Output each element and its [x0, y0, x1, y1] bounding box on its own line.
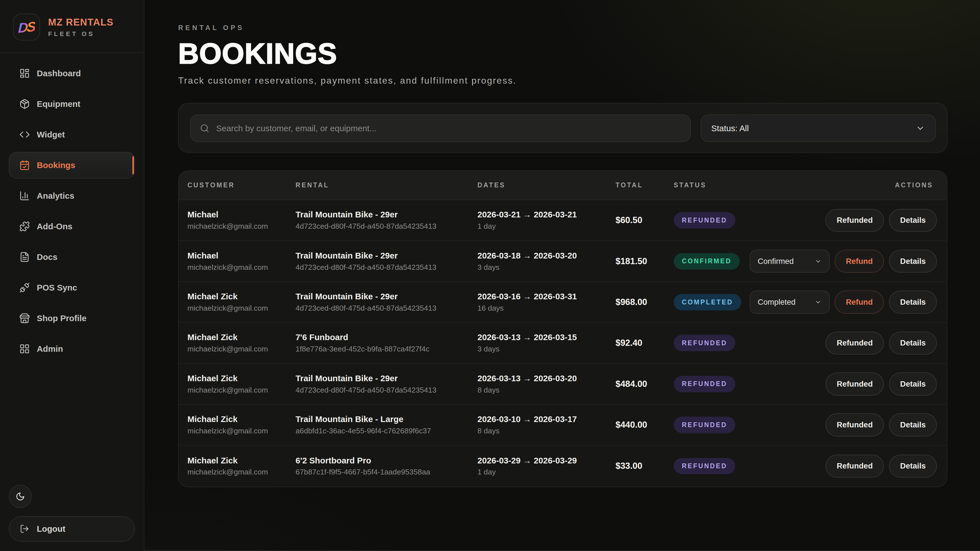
sidebar-nav: DashboardEquipmentWidgetBookingsAnalytic…	[0, 53, 144, 477]
admin-grid-icon	[19, 343, 30, 354]
sidebar-item-label: Dashboard	[37, 68, 81, 78]
sidebar-item-label: Add-Ons	[37, 222, 73, 231]
moon-icon	[16, 492, 25, 501]
column-header-status: STATUS	[674, 181, 772, 189]
booking-duration: 3 days	[477, 263, 609, 272]
sidebar-item-pos-sync[interactable]: POS Sync	[9, 274, 135, 301]
column-header-actions: ACTIONS	[772, 181, 938, 189]
sidebar-item-widget[interactable]: Widget	[9, 121, 135, 148]
sidebar-item-label: Equipment	[37, 99, 81, 109]
booking-duration: 16 days	[477, 304, 609, 313]
refund-button[interactable]: Refund	[835, 291, 884, 314]
calendar-check-icon	[19, 160, 30, 170]
status-badge: CONFIRMED	[674, 253, 740, 270]
rental-id: 4d723ced-d80f-475d-a450-87da54235413	[296, 304, 471, 313]
page-eyebrow: RENTAL OPS	[178, 24, 947, 32]
table-body: Michael michaelzick@gmail.com Trail Moun…	[179, 200, 947, 487]
app-root: DS MZ RENTALS FLEET OS DashboardEquipmen…	[0, 0, 980, 551]
refunded-button[interactable]: Refunded	[826, 332, 884, 355]
sidebar-item-equipment[interactable]: Equipment	[9, 91, 135, 118]
table-row: Michael Zick michaelzick@gmail.com Trail…	[179, 405, 947, 446]
rental-id: a6dbfd1c-36ac-4e55-96f4-c762689f6c37	[296, 427, 471, 435]
status-badge: REFUNDED	[674, 376, 735, 392]
refunded-button[interactable]: Refunded	[826, 372, 884, 396]
sidebar-item-label: Bookings	[37, 160, 75, 170]
rental-id: 67b87c1f-f9f5-4667-b5f4-1aade95358aa	[296, 468, 471, 476]
customer-email: michaelzick@gmail.com	[188, 304, 289, 313]
sidebar-item-label: Shop Profile	[37, 313, 86, 323]
details-button[interactable]: Details	[889, 291, 937, 314]
sidebar-item-dashboard[interactable]: Dashboard	[9, 60, 135, 87]
table-row: Michael Zick michaelzick@gmail.com Trail…	[179, 364, 947, 405]
column-header-dates: DATES	[477, 181, 616, 189]
sidebar-item-label: POS Sync	[37, 283, 77, 292]
details-button[interactable]: Details	[889, 413, 937, 437]
booking-dates: 2026-03-10 → 2026-03-17	[477, 414, 609, 424]
rental-name: Trail Mountain Bike - 29er	[296, 292, 471, 301]
status-badge: REFUNDED	[674, 212, 735, 229]
booking-duration: 3 days	[477, 345, 609, 353]
refunded-button[interactable]: Refunded	[826, 455, 884, 478]
booking-total: $92.40	[616, 338, 674, 348]
brand-subtitle: FLEET OS	[48, 30, 114, 38]
column-header-total: TOTAL	[616, 181, 674, 189]
customer-name: Michael Zick	[188, 292, 289, 301]
booking-total: $440.00	[616, 420, 674, 430]
booking-total: $60.50	[616, 215, 674, 225]
page-subtitle: Track customer reservations, payment sta…	[178, 75, 947, 86]
logout-label: Logout	[37, 524, 65, 534]
table-row: Michael Zick michaelzick@gmail.com 6'2 S…	[179, 446, 947, 486]
filter-bar: Status: All	[178, 103, 947, 153]
column-header-rental: RENTAL	[296, 181, 477, 189]
booking-dates: 2026-03-13 → 2026-03-15	[477, 332, 609, 342]
sidebar-item-add-ons[interactable]: Add-Ons	[9, 213, 135, 240]
chevron-down-icon	[815, 299, 821, 306]
refunded-button[interactable]: Refunded	[826, 209, 884, 232]
details-button[interactable]: Details	[889, 250, 937, 273]
refund-button[interactable]: Refund	[835, 250, 884, 273]
customer-email: michaelzick@gmail.com	[188, 263, 289, 272]
row-status-select[interactable]: Confirmed	[750, 250, 830, 273]
theme-toggle-button[interactable]	[9, 485, 32, 508]
details-button[interactable]: Details	[889, 372, 937, 396]
customer-name: Michael	[188, 251, 289, 260]
booking-duration: 8 days	[477, 386, 609, 395]
status-filter-select[interactable]: Status: All	[701, 114, 936, 142]
row-status-select-value: Completed	[758, 298, 795, 306]
sidebar-item-label: Admin	[37, 344, 63, 354]
table-row: Michael Zick michaelzick@gmail.com 7'6 F…	[179, 323, 947, 364]
bar-chart-icon	[19, 191, 30, 201]
row-status-select-value: Confirmed	[758, 257, 794, 266]
sidebar-item-analytics[interactable]: Analytics	[9, 183, 135, 210]
sidebar-item-bookings[interactable]: Bookings	[9, 152, 135, 179]
sidebar-item-docs[interactable]: Docs	[9, 243, 135, 270]
rental-name: Trail Mountain Bike - 29er	[296, 373, 471, 383]
status-filter-value: Status: All	[711, 124, 749, 133]
sidebar-item-label: Docs	[37, 252, 57, 262]
refunded-button[interactable]: Refunded	[826, 413, 884, 437]
rental-name: Trail Mountain Bike - 29er	[296, 251, 471, 260]
brand-logo-monogram: DS	[18, 18, 35, 36]
page-title: BOOKINGS	[178, 39, 947, 68]
customer-email: michaelzick@gmail.com	[188, 386, 289, 395]
sidebar-item-shop-profile[interactable]: Shop Profile	[9, 305, 135, 332]
search-icon	[200, 124, 209, 133]
bookings-table: CUSTOMERRENTALDATESTOTALSTATUSACTIONS Mi…	[178, 170, 947, 487]
logout-button[interactable]: Logout	[9, 516, 135, 541]
rental-id: 4d723ced-d80f-475d-a450-87da54235413	[296, 263, 471, 272]
booking-duration: 1 day	[477, 468, 609, 476]
status-badge: REFUNDED	[674, 335, 735, 351]
rental-name: Trail Mountain Bike - Large	[296, 414, 471, 424]
status-badge: REFUNDED	[674, 458, 735, 475]
details-button[interactable]: Details	[889, 209, 937, 232]
details-button[interactable]: Details	[889, 455, 937, 478]
store-icon	[19, 313, 30, 323]
row-status-select[interactable]: Completed	[750, 291, 830, 314]
rental-id: 1f8e776a-3eed-452c-b9fa-887ca4f27f4c	[296, 345, 471, 353]
package-icon	[19, 98, 30, 109]
details-button[interactable]: Details	[889, 332, 937, 355]
rental-name: 6'2 Shortboard Pro	[296, 456, 471, 465]
sidebar: DS MZ RENTALS FLEET OS DashboardEquipmen…	[0, 0, 144, 551]
sidebar-item-admin[interactable]: Admin	[9, 335, 135, 362]
search-input[interactable]	[216, 124, 681, 133]
